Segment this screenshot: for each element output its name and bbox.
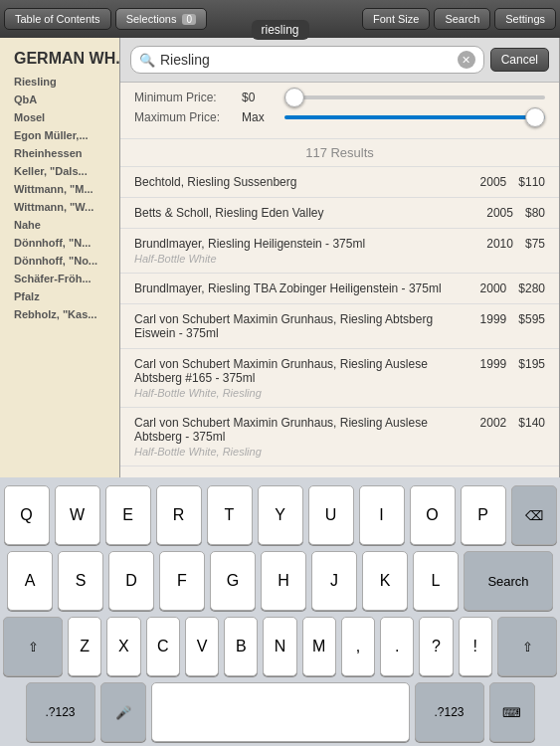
selections-label: Selections bbox=[126, 13, 177, 25]
min-price-value: $0 bbox=[242, 91, 277, 104]
result-item[interactable]: Carl von Schubert Maximin Grunhaus, Ries… bbox=[120, 304, 559, 349]
result-category: Half-Bottle White bbox=[134, 253, 545, 265]
main-area: GERMAN WH... RieslingQbAMoselEgon Müller… bbox=[0, 38, 560, 477]
key-f[interactable]: F bbox=[159, 551, 205, 611]
result-name: Carl von Schubert Maximin Grunhaus, Ries… bbox=[134, 357, 472, 385]
result-name: Bechtold, Riesling Sussenberg bbox=[134, 175, 472, 189]
key-space[interactable] bbox=[151, 682, 410, 742]
max-price-slider[interactable] bbox=[284, 115, 545, 119]
key-j[interactable]: J bbox=[311, 551, 357, 611]
result-year: 2005 bbox=[480, 175, 507, 189]
price-filters: Minimum Price: $0 Maximum Price: Max bbox=[120, 83, 559, 139]
key-w[interactable]: W bbox=[55, 485, 100, 545]
key-keyboard[interactable]: ⌨ bbox=[489, 682, 535, 742]
key-t[interactable]: T bbox=[207, 485, 253, 545]
key-u[interactable]: U bbox=[308, 485, 354, 545]
search-overlay: 🔍 ✕ Cancel Minimum Price: $0 Maximum Pri… bbox=[119, 38, 560, 477]
key-shift-left[interactable]: ⇧ bbox=[3, 617, 63, 676]
search-bubble: riesling bbox=[251, 20, 308, 40]
toc-button[interactable]: Table of Contents bbox=[4, 8, 111, 30]
key-g[interactable]: G bbox=[210, 551, 256, 611]
key-e[interactable]: E bbox=[105, 485, 151, 545]
key-exclamation[interactable]: ! bbox=[459, 617, 492, 676]
result-year: 2010 bbox=[486, 237, 513, 251]
min-price-slider[interactable] bbox=[284, 95, 545, 99]
result-price: $75 bbox=[525, 237, 545, 251]
result-name: Carl von Schubert Maximin Grunhaus, Ries… bbox=[134, 416, 472, 444]
selections-button[interactable]: Selections 0 bbox=[115, 8, 207, 30]
key-i[interactable]: I bbox=[359, 485, 405, 545]
key-h[interactable]: H bbox=[261, 551, 306, 611]
key-search[interactable]: Search bbox=[464, 551, 553, 611]
key-o[interactable]: O bbox=[410, 485, 456, 545]
clear-search-button[interactable]: ✕ bbox=[458, 51, 475, 69]
result-price: $195 bbox=[518, 357, 545, 371]
results-count: 117 Results bbox=[120, 139, 559, 167]
max-price-label: Maximum Price: bbox=[134, 110, 234, 124]
key-v[interactable]: V bbox=[185, 617, 219, 676]
min-price-row: Minimum Price: $0 bbox=[134, 91, 545, 104]
key-row-1: Q W E R T Y U I O P ⌫ bbox=[3, 485, 557, 545]
key-b[interactable]: B bbox=[224, 617, 258, 676]
search-input[interactable] bbox=[160, 52, 453, 68]
keyboard: Q W E R T Y U I O P ⌫ A S D F G H J K L … bbox=[0, 477, 560, 746]
settings-button[interactable]: Settings bbox=[494, 8, 556, 30]
key-l[interactable]: L bbox=[413, 551, 459, 611]
selections-count: 0 bbox=[182, 14, 196, 25]
result-name: Betts & Scholl, Riesling Eden Valley bbox=[134, 206, 478, 220]
key-period[interactable]: . bbox=[380, 617, 414, 676]
search-field-wrapper: 🔍 ✕ bbox=[130, 46, 484, 74]
result-item[interactable]: Brundlmayer, Riesling TBA Zobinger Heili… bbox=[120, 274, 559, 304]
key-question[interactable]: ? bbox=[419, 617, 453, 676]
result-item[interactable]: Bechtold, Riesling Sussenberg2005$110 bbox=[120, 167, 559, 198]
result-year: 2002 bbox=[480, 416, 507, 430]
result-price: $140 bbox=[518, 416, 545, 430]
key-comma[interactable]: , bbox=[341, 617, 375, 676]
result-price: $110 bbox=[518, 175, 545, 189]
result-item[interactable]: Brundlmayer, Riesling Heiligenstein - 37… bbox=[120, 229, 559, 274]
search-input-row: 🔍 ✕ Cancel bbox=[120, 38, 559, 83]
key-k[interactable]: K bbox=[362, 551, 408, 611]
key-r[interactable]: R bbox=[156, 485, 202, 545]
result-category: Half-Bottle White, Riesling bbox=[134, 387, 545, 399]
key-s[interactable]: S bbox=[58, 551, 103, 611]
result-category: Half-Bottle White, Riesling bbox=[134, 446, 545, 458]
result-year: 1999 bbox=[480, 357, 507, 371]
key-backspace[interactable]: ⌫ bbox=[511, 485, 557, 545]
key-a[interactable]: A bbox=[7, 551, 53, 611]
result-name: Brundlmayer, Riesling TBA Zobinger Heili… bbox=[134, 281, 472, 295]
key-row-4: .?123 🎤 .?123 ⌨ bbox=[3, 682, 557, 742]
key-symbols-left[interactable]: .?123 bbox=[26, 682, 95, 742]
result-year: 1999 bbox=[480, 312, 507, 326]
key-symbols-right[interactable]: .?123 bbox=[415, 682, 484, 742]
result-item[interactable]: Carl von Schubert Maximin Grunhaus, Ries… bbox=[120, 408, 559, 466]
result-price: $80 bbox=[525, 206, 545, 220]
key-m[interactable]: M bbox=[302, 617, 336, 676]
search-icon: 🔍 bbox=[139, 53, 155, 68]
key-p[interactable]: P bbox=[461, 485, 506, 545]
key-c[interactable]: C bbox=[146, 617, 180, 676]
max-price-row: Maximum Price: Max bbox=[134, 110, 545, 124]
font-size-button[interactable]: Font Size bbox=[362, 8, 430, 30]
key-row-3: ⇧ Z X C V B N M , . ? ! ⇧ bbox=[3, 617, 557, 676]
key-x[interactable]: X bbox=[106, 617, 140, 676]
result-price: $280 bbox=[518, 281, 545, 295]
key-n[interactable]: N bbox=[263, 617, 296, 676]
results-list[interactable]: Bechtold, Riesling Sussenberg2005$110Bet… bbox=[120, 167, 559, 477]
max-price-value: Max bbox=[242, 110, 277, 124]
search-toolbar-button[interactable]: Search bbox=[434, 8, 490, 30]
result-item[interactable]: Carl von Schubert Maximin Grunhaus, Ries… bbox=[120, 349, 559, 408]
result-year: 2000 bbox=[480, 281, 507, 295]
key-q[interactable]: Q bbox=[4, 485, 50, 545]
key-z[interactable]: Z bbox=[68, 617, 101, 676]
result-year: 2005 bbox=[486, 206, 513, 220]
key-shift-right[interactable]: ⇧ bbox=[497, 617, 557, 676]
key-d[interactable]: D bbox=[108, 551, 154, 611]
key-microphone[interactable]: 🎤 bbox=[100, 682, 146, 742]
result-name: Carl von Schubert Maximin Grunhaus, Ries… bbox=[134, 312, 472, 340]
cancel-search-button[interactable]: Cancel bbox=[490, 48, 549, 72]
result-item[interactable]: Betts & Scholl, Riesling Eden Valley2005… bbox=[120, 198, 559, 229]
result-price: $595 bbox=[518, 312, 545, 326]
key-y[interactable]: Y bbox=[258, 485, 303, 545]
key-row-2: A S D F G H J K L Search bbox=[3, 551, 557, 611]
